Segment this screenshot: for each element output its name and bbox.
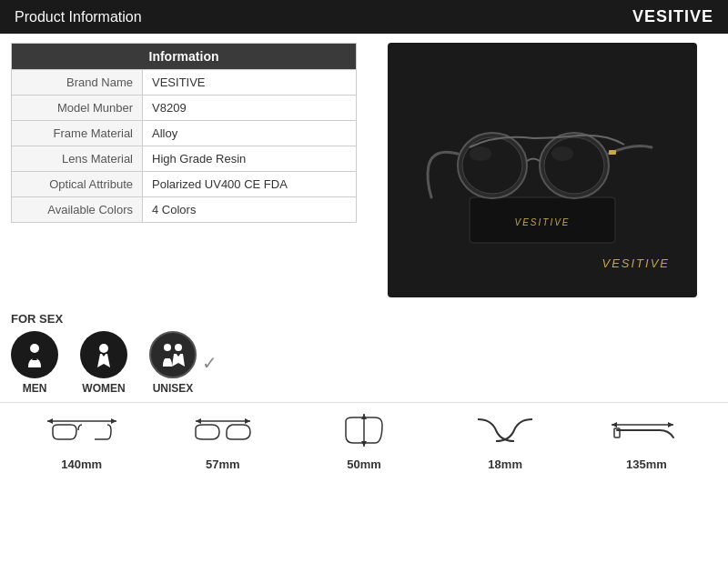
row-label: Brand Name: [12, 70, 143, 96]
main-content: Information Brand NameVESITIVEModel Munb…: [0, 34, 728, 307]
sex-icons: MEN WOMEN: [11, 331, 717, 395]
unisex-label: UNISEX: [153, 382, 194, 395]
svg-point-13: [164, 344, 171, 351]
dim-item-140: 140mm: [46, 412, 118, 471]
product-image: VESITIVE: [388, 43, 697, 297]
dim-item-57: 57mm: [187, 412, 259, 471]
row-value: Alloy: [143, 121, 357, 146]
for-sex-section: FOR SEX MEN: [0, 307, 728, 398]
row-value: Polarized UV400 CE FDA: [143, 172, 357, 197]
svg-point-14: [175, 344, 182, 351]
dim-label-57: 57mm: [206, 457, 240, 471]
selected-checkmark: ✓: [202, 352, 217, 374]
dim-icon-bridge: [469, 412, 541, 452]
table-row: Optical AttributePolarized UV400 CE FDA: [12, 172, 357, 197]
table-row: Model MunberV8209: [12, 96, 357, 121]
row-value: V8209: [143, 96, 357, 121]
svg-marker-15: [165, 355, 170, 358]
svg-point-7: [470, 146, 491, 161]
svg-marker-24: [361, 414, 367, 419]
header: Product Information VESITIVE: [0, 0, 728, 34]
dimensions-section: 140mm 57mm: [0, 402, 728, 478]
right-panel: VESITIVE: [368, 43, 717, 297]
row-label: Optical Attribute: [12, 172, 143, 197]
men-icon: [11, 331, 58, 378]
dim-label-135: 135mm: [626, 457, 667, 471]
svg-marker-22: [245, 418, 250, 424]
row-value: High Grade Resin: [143, 146, 357, 172]
sex-item-women[interactable]: WOMEN: [80, 331, 127, 395]
table-row: Brand NameVESITIVE: [12, 70, 357, 96]
women-icon: [80, 331, 127, 378]
table-row: Frame MaterialAlloy: [12, 121, 357, 146]
header-title: Product Information: [15, 9, 142, 25]
svg-text:VESITIVE: VESITIVE: [514, 217, 570, 227]
header-brand: VESITIVE: [632, 7, 713, 26]
brand-watermark: VESITIVE: [602, 256, 670, 270]
svg-marker-19: [111, 418, 116, 424]
svg-marker-25: [361, 441, 367, 447]
dim-item-18: 18mm: [469, 412, 541, 471]
unisex-icon: [149, 331, 197, 378]
svg-point-5: [544, 137, 604, 194]
svg-point-9: [30, 344, 39, 353]
row-label: Lens Material: [12, 146, 143, 172]
row-label: Frame Material: [12, 121, 143, 146]
svg-marker-10: [32, 356, 37, 360]
women-label: WOMEN: [82, 382, 125, 395]
dim-label-18: 18mm: [488, 457, 522, 471]
svg-point-11: [99, 344, 108, 353]
dim-icon-full-width: [46, 412, 118, 452]
sunglasses-svg: VESITIVE: [415, 79, 670, 261]
dim-icon-lens-height: [328, 412, 400, 452]
unisex-row: UNISEX ✓: [149, 331, 217, 395]
left-panel: Information Brand NameVESITIVEModel Munb…: [11, 43, 357, 297]
row-value: VESITIVE: [143, 70, 357, 96]
sex-item-unisex[interactable]: UNISEX: [149, 331, 197, 395]
row-label: Model Munber: [12, 96, 143, 121]
dimensions-row: 140mm 57mm: [11, 407, 717, 471]
svg-point-8: [551, 146, 573, 161]
for-sex-label: FOR SEX: [11, 312, 717, 326]
table-row: Lens MaterialHigh Grade Resin: [12, 146, 357, 172]
info-table: Information Brand NameVESITIVEModel Munb…: [11, 43, 357, 223]
svg-marker-21: [196, 418, 201, 424]
dim-item-135: 135mm: [610, 412, 682, 471]
dim-item-50: 50mm: [328, 412, 400, 471]
dim-label-140: 140mm: [61, 457, 102, 471]
dim-icon-lens-width: [187, 412, 259, 452]
dim-icon-temple: [610, 412, 682, 452]
svg-marker-18: [47, 418, 53, 424]
sex-item-men[interactable]: MEN: [11, 331, 58, 395]
svg-rect-6: [609, 150, 616, 155]
dim-label-50: 50mm: [347, 457, 381, 471]
svg-marker-27: [612, 422, 617, 427]
svg-marker-28: [668, 422, 673, 427]
row-value: 4 Colors: [143, 197, 357, 223]
row-label: Available Colors: [12, 197, 143, 223]
table-row: Available Colors4 Colors: [12, 197, 357, 223]
men-label: MEN: [23, 382, 47, 395]
table-heading: Information: [12, 44, 357, 70]
